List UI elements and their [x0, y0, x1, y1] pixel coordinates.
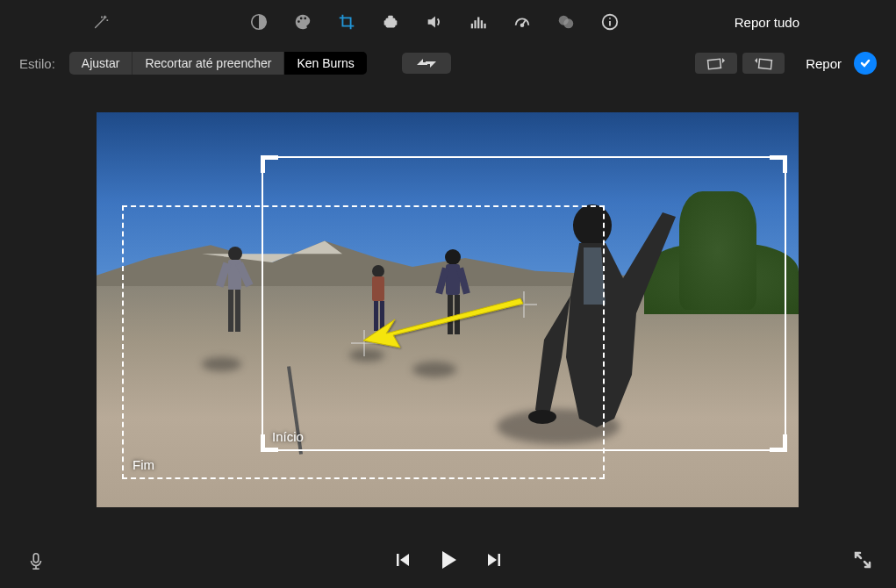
- fullscreen-icon[interactable]: [852, 549, 873, 573]
- play-button[interactable]: [437, 549, 460, 574]
- end-frame-label: Fim: [133, 457, 154, 472]
- ken-burns-end-frame[interactable]: Fim: [122, 205, 605, 479]
- svg-rect-40: [397, 554, 399, 566]
- svg-point-11: [521, 24, 524, 26]
- apply-crop-button[interactable]: [854, 52, 877, 75]
- svg-rect-6: [474, 20, 476, 28]
- main-toolbar: Repor tudo: [0, 0, 896, 44]
- ken-burns-button[interactable]: Ken Burns: [284, 52, 366, 75]
- rotate-ccw-button[interactable]: [695, 53, 737, 74]
- svg-rect-1: [386, 18, 396, 27]
- previous-frame-button[interactable]: [395, 552, 411, 570]
- overlay-icon[interactable]: [544, 4, 588, 39]
- svg-rect-17: [708, 59, 721, 68]
- style-label: Estilo:: [19, 56, 55, 71]
- crop-to-fill-button[interactable]: Recortar até preencher: [133, 52, 284, 75]
- svg-rect-3: [384, 20, 387, 25]
- reset-all-button[interactable]: Repor tudo: [735, 15, 878, 30]
- svg-point-16: [609, 18, 611, 19]
- svg-rect-9: [484, 24, 485, 29]
- svg-rect-37: [33, 554, 39, 563]
- svg-rect-18: [759, 59, 772, 68]
- swap-frames-button[interactable]: [402, 53, 451, 74]
- frame-corner-handle[interactable]: [770, 155, 787, 173]
- color-palette-icon[interactable]: [281, 4, 325, 39]
- microphone-icon[interactable]: [23, 543, 49, 578]
- contrast-icon[interactable]: [237, 4, 281, 39]
- crop-style-segmented: Ajustar Recortar até preencher Ken Burns: [69, 52, 367, 75]
- svg-rect-41: [498, 554, 500, 566]
- magic-wand-icon[interactable]: [79, 4, 123, 39]
- svg-rect-7: [477, 18, 479, 29]
- rotate-cw-button[interactable]: [742, 53, 785, 74]
- volume-icon[interactable]: [412, 4, 456, 39]
- svg-point-13: [563, 18, 573, 28]
- frame-corner-handle[interactable]: [261, 155, 278, 173]
- frame-corner-handle[interactable]: [770, 434, 787, 452]
- next-frame-button[interactable]: [486, 552, 502, 570]
- playback-bar: [0, 534, 896, 588]
- speed-icon[interactable]: [500, 4, 544, 39]
- reset-crop-button[interactable]: Repor: [806, 56, 842, 71]
- fit-button[interactable]: Ajustar: [69, 52, 133, 75]
- stabilize-icon[interactable]: [369, 4, 412, 39]
- svg-rect-5: [471, 24, 473, 29]
- crop-right-controls: Repor: [695, 52, 877, 75]
- svg-rect-4: [395, 20, 398, 25]
- svg-rect-8: [481, 20, 483, 28]
- svg-rect-2: [388, 16, 393, 19]
- crop-options-bar: Estilo: Ajustar Recortar até preencher K…: [0, 44, 896, 82]
- info-icon[interactable]: [588, 4, 632, 39]
- crop-icon[interactable]: [325, 4, 369, 39]
- equalizer-icon[interactable]: [456, 4, 500, 39]
